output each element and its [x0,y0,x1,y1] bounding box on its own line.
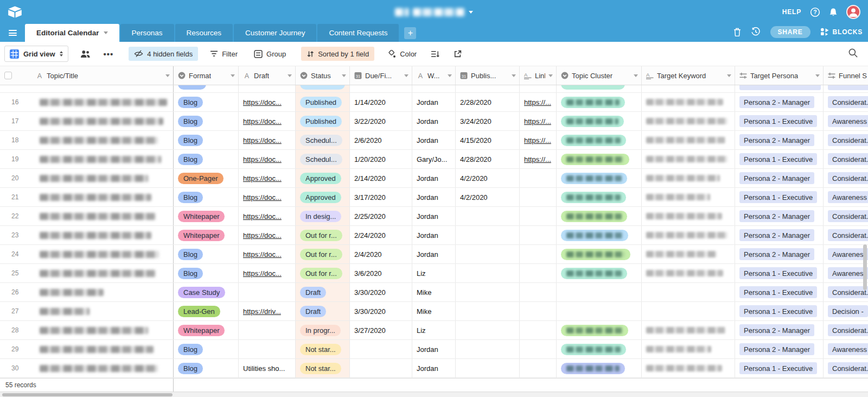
draft-link[interactable]: https://doc... [243,174,282,182]
link-cell[interactable]: https://... [520,150,557,168]
row-primary-cell[interactable]: 18 [0,131,174,149]
funnel-cell[interactable]: Considerat... [824,283,868,301]
user-avatar[interactable] [846,5,860,19]
column-header-funnel[interactable]: Funnel S [824,66,868,85]
draft-cell[interactable]: https://doc... [239,93,296,111]
row-primary-cell[interactable]: 29 [0,340,174,358]
table-row[interactable]: 27Lead-Genhttps://driv...Draft3/30/2020M… [0,302,868,321]
column-header-link[interactable]: ALink [520,66,557,85]
status-cell[interactable]: Draft [296,302,350,320]
column-menu-caret-icon[interactable] [448,74,452,77]
due-date-cell[interactable]: 2/4/2020 [350,245,412,263]
table-row[interactable]: 18Bloghttps://doc...Schedul...2/6/2020Jo… [0,131,868,150]
tab-caret-icon[interactable] [104,31,108,34]
keyword-cell[interactable] [642,131,735,149]
row-primary-cell[interactable]: 16 [0,93,174,111]
column-header-cluster[interactable]: Topic Cluster [557,66,642,85]
table-row[interactable]: 16Bloghttps://doc...Published1/14/2020Jo… [0,93,868,112]
due-date-cell[interactable]: 2/6/2020 [350,131,412,149]
writer-cell[interactable]: Mike [412,302,456,320]
column-menu-caret-icon[interactable] [231,74,235,77]
link-cell[interactable] [520,226,557,244]
publish-date-cell[interactable] [456,302,520,320]
link-cell[interactable] [520,169,557,187]
keyword-cell[interactable] [642,169,735,187]
link-cell[interactable] [520,340,557,358]
link-cell[interactable] [520,207,557,225]
funnel-cell[interactable]: Considerat... [824,93,868,111]
cluster-cell[interactable] [557,112,642,130]
keyword-cell[interactable] [642,188,735,206]
publish-date-cell[interactable]: 4/15/2020 [456,131,520,149]
link-cell[interactable]: https://... [520,131,557,149]
funnel-cell[interactable]: Considerat... [824,207,868,225]
publish-date-cell[interactable] [456,207,520,225]
column-menu-caret-icon[interactable] [634,74,638,77]
draft-link[interactable]: https://doc... [243,193,282,201]
airtable-logo-icon[interactable] [8,5,24,18]
share-view-button[interactable] [454,50,462,58]
status-cell[interactable]: Not star... [296,340,350,358]
status-cell[interactable]: Published [296,93,350,111]
draft-cell[interactable]: https://doc... [239,150,296,168]
column-menu-caret-icon[interactable] [727,74,731,77]
table-row[interactable]: 20One-Pagerhttps://doc...Approved2/14/20… [0,169,868,188]
writer-cell[interactable]: Gary/Jo... [412,150,456,168]
persona-cell[interactable]: Persona 1 - Executive [735,112,824,130]
row-primary-cell[interactable]: 21 [0,188,174,206]
link-cell[interactable]: https://... [520,112,557,130]
help-label[interactable]: HELP [782,8,801,16]
draft-cell[interactable]: https://doc... [239,112,296,130]
funnel-cell[interactable]: Awareness [824,264,868,282]
format-cell[interactable]: Blog [174,93,239,111]
table-row[interactable]: 19Bloghttps://doc...Schedul...1/20/2020G… [0,150,868,169]
draft-link[interactable]: https://doc... [243,136,282,144]
persona-cell[interactable]: Persona 2 - Manager [735,340,824,358]
cluster-cell[interactable] [557,150,642,168]
link-value[interactable]: https://... [524,98,551,106]
share-button[interactable]: SHARE [770,26,810,38]
status-cell[interactable]: In progr... [296,321,350,339]
select-all-checkbox[interactable] [4,72,12,79]
status-cell[interactable]: Out for r... [296,245,350,263]
tab-personas[interactable]: Personas [120,24,174,42]
cluster-cell[interactable] [557,188,642,206]
publish-date-cell[interactable]: 2/28/2020 [456,93,520,111]
format-cell[interactable]: Blog [174,264,239,282]
persona-cell[interactable]: Persona 1 - Executive [735,264,824,282]
view-switcher-button[interactable]: Grid view [4,46,68,62]
column-header-status[interactable]: Status [296,66,350,85]
hamburger-menu-icon[interactable] [0,24,25,42]
writer-cell[interactable]: Liz [412,264,456,282]
persona-cell[interactable]: Persona 1 - Executive [735,150,824,168]
keyword-cell[interactable] [642,283,735,301]
blocks-button[interactable]: BLOCKS [820,28,863,36]
row-primary-cell[interactable] [0,85,174,93]
link-cell[interactable] [520,321,557,339]
link-cell[interactable] [520,85,557,93]
due-date-cell[interactable]: 2/24/2020 [350,226,412,244]
draft-link[interactable]: https://doc... [243,98,282,106]
cluster-cell[interactable] [557,245,642,263]
writer-cell[interactable]: Jordan [412,340,456,358]
funnel-cell[interactable]: Decision - [824,302,868,320]
writer-cell[interactable]: Jordan [412,245,456,263]
funnel-cell[interactable]: Considerat... [824,359,868,377]
table-row[interactable]: 24Bloghttps://doc...Out for r...2/4/2020… [0,245,868,264]
draft-cell[interactable]: Utilities sho... [239,359,296,377]
writer-cell[interactable]: Jordan [412,93,456,111]
format-cell[interactable]: Blog [174,188,239,206]
column-header-format[interactable]: Format [174,66,239,85]
cluster-cell[interactable] [557,283,642,301]
due-date-cell[interactable] [350,359,412,377]
due-date-cell[interactable]: 2/14/2020 [350,169,412,187]
persona-cell[interactable]: Persona 2 - Manager [735,93,824,111]
writer-cell[interactable]: Jordan [412,131,456,149]
horizontal-scrollbar-thumb[interactable] [2,393,173,396]
persona-cell[interactable]: Persona 1 - Executive [735,188,824,206]
sort-button[interactable]: Sorted by 1 field [301,47,374,61]
table-row-partial[interactable] [0,85,868,93]
row-primary-cell[interactable]: 20 [0,169,174,187]
draft-cell[interactable]: https://doc... [239,226,296,244]
cluster-cell[interactable] [557,207,642,225]
